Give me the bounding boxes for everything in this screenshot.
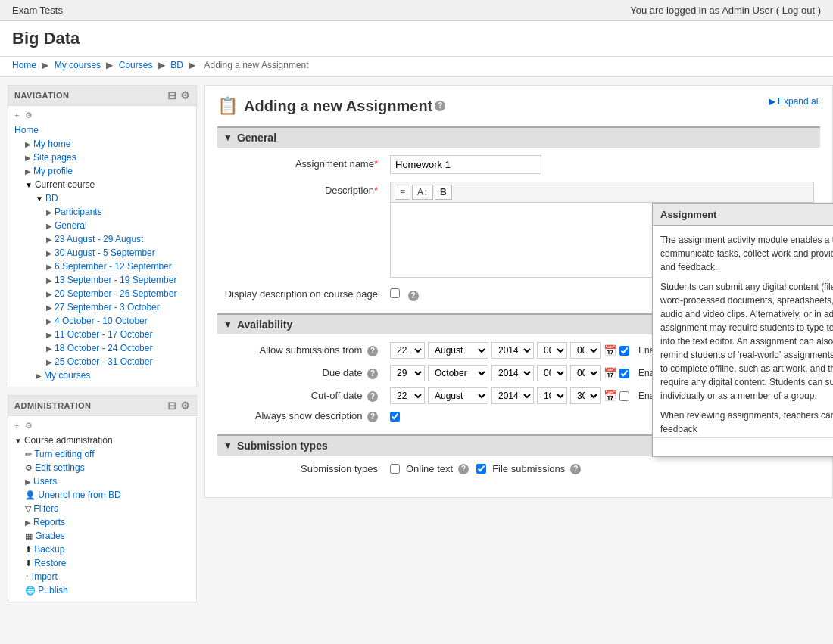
file-submissions-checkbox[interactable]: [476, 464, 486, 474]
nav-27sep-link[interactable]: 27 September - 3 October: [55, 302, 160, 313]
editor-bold-button[interactable]: B: [435, 185, 452, 200]
allow-from-day-select[interactable]: 22: [390, 342, 425, 359]
cutoff-date-year-select[interactable]: 2014: [491, 387, 534, 404]
nav-mycourses-link[interactable]: My courses: [44, 370, 90, 381]
nav-18oct-link[interactable]: 18 October - 24 October: [55, 343, 152, 353]
nav-bd-link[interactable]: BD: [45, 193, 58, 204]
nav-participants-link[interactable]: Participants: [55, 207, 102, 217]
nav-settings-icon[interactable]: ⚙: [180, 89, 191, 101]
cutoff-date-day-select[interactable]: 22: [390, 387, 425, 404]
nav-25oct-link[interactable]: 25 October - 31 October: [55, 356, 152, 367]
nav-6sep-link[interactable]: 6 September - 12 September: [55, 261, 172, 272]
reports-link[interactable]: Reports: [33, 517, 65, 527]
publish-link[interactable]: Publish: [38, 585, 67, 596]
due-date-hour-select[interactable]: 00: [537, 365, 567, 381]
user-profile-link[interactable]: Admin User: [722, 5, 773, 16]
turn-editing-link[interactable]: Turn editing off: [34, 449, 94, 459]
nav-general-link[interactable]: General: [55, 220, 87, 231]
breadcrumb-courses[interactable]: Courses: [119, 60, 153, 70]
always-show-checkbox[interactable]: [390, 412, 400, 422]
breadcrumb: Home ▶ My courses ▶ Courses ▶ BD ▶ Addin…: [0, 57, 833, 77]
allow-from-calendar-icon[interactable]: 📅: [604, 344, 616, 356]
due-date-year-select[interactable]: 2014: [491, 365, 534, 381]
submission-types-section-label: Submission types: [237, 440, 328, 452]
nav-13sep-link[interactable]: 13 September - 19 September: [55, 275, 176, 285]
assignment-name-control: [390, 155, 814, 174]
general-section-label: General: [237, 132, 276, 144]
admin-settings-icon[interactable]: ⚙: [180, 400, 191, 412]
allow-from-month-select[interactable]: August: [428, 342, 488, 359]
online-text-checkbox[interactable]: [390, 464, 400, 474]
online-text-help-icon[interactable]: ?: [458, 464, 469, 474]
import-link[interactable]: Import: [32, 571, 58, 582]
nav-myhome-link[interactable]: My home: [33, 138, 70, 149]
grades-link[interactable]: Grades: [35, 530, 64, 541]
nav-gear-icon[interactable]: ⚙: [25, 110, 33, 120]
allow-from-enable-checkbox[interactable]: [619, 346, 629, 356]
nav-add-icon[interactable]: +: [14, 110, 19, 120]
due-date-month-select[interactable]: October: [428, 365, 488, 381]
nav-collapse-icon[interactable]: ⊟: [167, 89, 177, 101]
page-heading: 📋 Adding a new Assignment ?: [217, 96, 820, 116]
display-desc-help-icon[interactable]: ?: [408, 291, 419, 301]
cutoff-date-min-select[interactable]: 30: [570, 387, 601, 404]
admin-filters: ▽ Filters: [25, 502, 190, 515]
backup-link[interactable]: Backup: [34, 544, 64, 555]
due-date-min-select[interactable]: 00: [570, 365, 601, 381]
assignment-icon: 📋: [217, 96, 238, 116]
nav-23aug-link[interactable]: 23 August - 29 August: [55, 234, 143, 244]
cutoff-date-calendar-icon[interactable]: 📅: [604, 390, 616, 402]
always-show-help-icon[interactable]: ?: [367, 412, 378, 422]
allow-from-min-select[interactable]: 00: [570, 342, 601, 359]
nav-home-link[interactable]: Home: [14, 125, 39, 135]
breadcrumb-home[interactable]: Home: [12, 60, 36, 70]
nav-myprofile-link[interactable]: My profile: [33, 166, 73, 176]
display-description-label: Display description on course page: [223, 285, 390, 300]
nav-bd: ▼BD: [36, 191, 190, 205]
editor-format-button[interactable]: ≡: [395, 185, 410, 200]
breadcrumb-mycourses[interactable]: My courses: [55, 60, 101, 70]
editor-font-button[interactable]: A↕: [412, 185, 433, 200]
general-section-heading[interactable]: ▼ General: [217, 126, 820, 148]
restore-link[interactable]: Restore: [34, 558, 66, 568]
nav-20sep-link[interactable]: 20 September - 26 September: [55, 288, 176, 299]
allow-from-year-select[interactable]: 2014: [491, 342, 534, 359]
nav-11oct-link[interactable]: 11 October - 17 October: [55, 329, 152, 340]
cutoff-date-month-select[interactable]: August: [428, 387, 488, 404]
cutoff-date-hour-select[interactable]: 10: [537, 387, 567, 404]
admin-add-icon[interactable]: +: [14, 421, 19, 430]
edit-settings-link[interactable]: Edit settings: [35, 462, 84, 473]
due-date-help-icon[interactable]: ?: [367, 369, 378, 379]
heading-help-icon[interactable]: ?: [435, 101, 445, 111]
allow-submissions-help-icon[interactable]: ?: [367, 346, 378, 356]
assignment-name-input[interactable]: [390, 155, 541, 174]
nav-30aug-link[interactable]: 30 August - 5 September: [55, 247, 155, 258]
display-description-checkbox[interactable]: [390, 288, 400, 298]
due-date-enable-checkbox[interactable]: [619, 369, 629, 378]
file-submissions-help-icon[interactable]: ?: [570, 464, 581, 474]
admin-gear-icon[interactable]: ⚙: [25, 421, 33, 430]
unenrol-link[interactable]: Unenrol me from BD: [38, 490, 120, 500]
popup-header: Assignment ✕: [653, 204, 833, 226]
cutoff-date-enable-checkbox[interactable]: [619, 391, 629, 401]
due-date-day-select[interactable]: 29: [390, 365, 425, 381]
nav-sitepages-link[interactable]: Site pages: [33, 152, 76, 163]
allow-from-hour-select[interactable]: 00: [537, 342, 567, 359]
admin-users-link[interactable]: Users: [33, 476, 57, 487]
breadcrumb-bd[interactable]: BD: [170, 60, 183, 70]
nav-30aug: ▶30 August - 5 September: [46, 246, 190, 260]
submission-options: Online text ? File submissions ?: [390, 463, 581, 474]
nav-27sep: ▶27 September - 3 October: [46, 300, 190, 314]
nav-20sep: ▶20 September - 26 September: [46, 287, 190, 300]
main-layout: NAVIGATION ⊟ ⚙ + ⚙ Home ▶My home: [0, 77, 833, 618]
nav-currentcourse-label: Current course: [35, 179, 95, 190]
nav-4oct-link[interactable]: 4 October - 10 October: [55, 316, 148, 326]
admin-collapse-icon[interactable]: ⊟: [167, 400, 177, 412]
nav-25oct: ▶25 October - 31 October: [46, 355, 190, 369]
expand-all-link[interactable]: ▶ Expand all: [769, 96, 820, 107]
filters-link[interactable]: Filters: [33, 503, 58, 514]
due-date-calendar-icon[interactable]: 📅: [604, 367, 616, 379]
logout-link[interactable]: Log out: [782, 5, 815, 16]
administration-label: ADMINISTRATION: [14, 401, 92, 410]
cutoff-date-help-icon[interactable]: ?: [367, 391, 378, 402]
